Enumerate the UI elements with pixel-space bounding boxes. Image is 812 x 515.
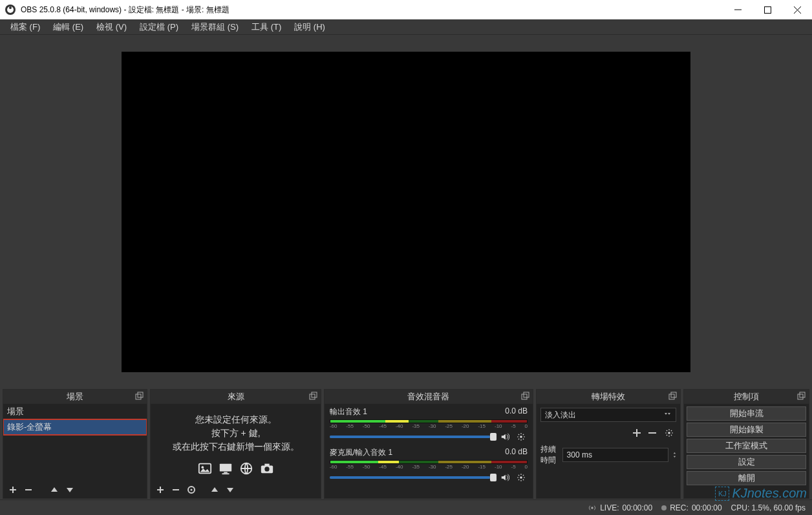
titlebar: OBS 25.0.8 (64-bit, windows) - 設定檔: 無標題 …: [0, 0, 812, 19]
menu-tools[interactable]: 工具 (T): [245, 20, 288, 34]
svg-rect-0: [764, 6, 771, 13]
transitions-panel: 轉場特效 淡入淡出 持續時間: [536, 389, 681, 499]
add-source-button[interactable]: [155, 484, 166, 496]
sources-title: 來源: [228, 391, 244, 403]
status-rec: REC: 00:00:00: [661, 503, 721, 512]
svg-point-13: [264, 467, 269, 471]
undock-icon[interactable]: [668, 392, 678, 403]
globe-source-icon: [239, 461, 253, 478]
svg-rect-20: [669, 394, 674, 399]
maximize-button[interactable]: [753, 0, 782, 19]
scenes-title: 場景: [67, 391, 83, 403]
track-settings-button[interactable]: [515, 471, 528, 484]
undock-icon[interactable]: [309, 392, 318, 403]
remove-scene-button[interactable]: [23, 484, 34, 496]
scenes-list[interactable]: 場景錄影-全螢幕: [3, 404, 147, 481]
transition-settings-button[interactable]: [662, 426, 676, 440]
obs-app-icon: [5, 5, 16, 15]
menu-file[interactable]: 檔案 (F): [4, 20, 47, 34]
track-name: 麥克風/輸入音效 1: [330, 447, 392, 458]
mute-button[interactable]: [499, 472, 511, 483]
menubar: 檔案 (F) 編輯 (E) 檢視 (V) 設定檔 (P) 場景群組 (S) 工具…: [0, 19, 812, 35]
undock-icon[interactable]: [135, 392, 144, 403]
move-source-down-button[interactable]: [224, 484, 236, 496]
svg-rect-2: [138, 392, 143, 397]
track-settings-button[interactable]: [515, 430, 528, 443]
duration-label: 持續時間: [540, 444, 559, 466]
control-button[interactable]: 開始串流: [687, 406, 806, 421]
svg-rect-12: [264, 464, 269, 467]
mixer-panel: 音效混音器 輸出音效 10.0 dB -60-55-50-45-40-35-30…: [324, 389, 533, 499]
svg-rect-24: [800, 392, 805, 397]
svg-rect-21: [671, 392, 676, 397]
svg-point-22: [668, 432, 671, 434]
mute-button[interactable]: [499, 431, 511, 443]
svg-rect-23: [798, 394, 803, 399]
svg-rect-16: [522, 394, 527, 399]
window-title: OBS 25.0.8 (64-bit, windows) - 設定檔: 無標題 …: [21, 5, 723, 16]
menu-help[interactable]: 說明 (H): [288, 20, 332, 34]
transitions-title: 轉場特效: [592, 391, 625, 403]
move-source-up-button[interactable]: [209, 484, 220, 496]
menu-profile[interactable]: 設定檔 (P): [133, 20, 185, 34]
control-button[interactable]: 工作室模式: [687, 439, 806, 453]
statusbar: LIVE: 00:00:00 REC: 00:00:00 CPU: 1.5%, …: [0, 499, 812, 515]
svg-point-18: [520, 436, 522, 438]
mixer-title: 音效混音器: [407, 391, 449, 403]
audio-meter: [330, 419, 528, 423]
move-scene-up-button[interactable]: [48, 484, 60, 496]
image-source-icon: [198, 461, 212, 478]
control-button[interactable]: 開始錄製: [687, 423, 806, 437]
audio-meter: [330, 460, 528, 464]
move-scene-down-button[interactable]: [64, 484, 76, 496]
remove-source-button[interactable]: [170, 484, 182, 496]
svg-rect-17: [524, 392, 529, 397]
preview-canvas[interactable]: [122, 52, 690, 372]
sources-empty-message: 您未設定任何來源。 按下方 + 鍵, 或在此按下右鍵新增一個來源。: [151, 404, 320, 457]
add-scene-button[interactable]: [7, 484, 19, 496]
status-live: LIVE: 00:00:00: [588, 503, 652, 512]
track-db: 0.0 dB: [505, 447, 528, 458]
track-db: 0.0 dB: [505, 406, 528, 417]
source-properties-button[interactable]: [186, 484, 197, 496]
svg-point-25: [591, 507, 593, 509]
svg-rect-7: [219, 464, 231, 472]
add-transition-button[interactable]: [631, 427, 643, 439]
svg-rect-4: [312, 392, 317, 397]
control-button[interactable]: 設定: [687, 455, 806, 469]
volume-slider[interactable]: [330, 436, 495, 438]
scene-item[interactable]: 錄影-全螢幕: [3, 419, 147, 435]
svg-point-15: [191, 489, 193, 491]
menu-scene-collection[interactable]: 場景群組 (S): [185, 20, 245, 34]
svg-rect-3: [310, 394, 315, 399]
scenes-panel: 場景 場景錄影-全螢幕: [3, 389, 147, 499]
control-button[interactable]: 離開: [687, 471, 806, 485]
scene-item[interactable]: 場景: [3, 404, 147, 419]
svg-rect-1: [136, 394, 141, 399]
svg-point-19: [520, 476, 522, 479]
menu-edit[interactable]: 編輯 (E): [47, 20, 90, 34]
svg-rect-8: [224, 472, 228, 474]
remove-transition-button[interactable]: [646, 427, 658, 439]
camera-source-icon: [260, 461, 274, 478]
undock-icon[interactable]: [521, 392, 530, 403]
duration-input[interactable]: [562, 448, 668, 462]
undock-icon[interactable]: [797, 392, 806, 403]
mixer-track: 輸出音效 10.0 dB -60-55-50-45-40-35-30-25-20…: [325, 404, 533, 445]
svg-rect-9: [222, 473, 229, 474]
status-cpu: CPU: 1.5%, 60.00 fps: [731, 503, 806, 512]
mixer-track: 麥克風/輸入音效 10.0 dB -60-55-50-45-40-35-30-2…: [325, 445, 533, 485]
svg-point-6: [201, 466, 204, 468]
menu-view[interactable]: 檢視 (V): [90, 20, 133, 34]
watermark: KJ KJnotes.com: [715, 486, 807, 501]
controls-title: 控制項: [734, 391, 759, 403]
minimize-button[interactable]: [723, 0, 753, 19]
track-name: 輸出音效 1: [330, 406, 367, 417]
display-source-icon: [219, 461, 233, 478]
transition-select[interactable]: 淡入淡出: [540, 408, 676, 422]
sources-panel: 來源 您未設定任何來源。 按下方 + 鍵, 或在此按下右鍵新增一個來源。: [150, 389, 321, 499]
close-button[interactable]: [782, 0, 812, 19]
preview-area: [0, 35, 812, 389]
volume-slider[interactable]: [330, 476, 495, 479]
controls-panel: 控制項 開始串流開始錄製工作室模式設定離開: [683, 389, 809, 499]
